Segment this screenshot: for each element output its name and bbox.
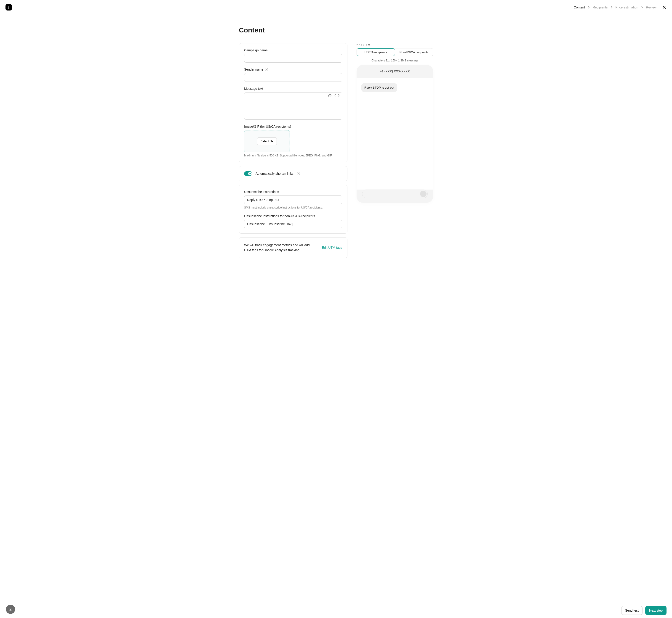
breadcrumb-step-review[interactable]: Review xyxy=(646,5,657,9)
unsub-label: Unsubscribe instructions xyxy=(244,190,342,194)
unsub-non-us-label: Unsubscribe instructions for non-US/CA r… xyxy=(244,214,342,218)
close-button[interactable] xyxy=(662,5,667,10)
character-count: Characters 21 / 160 • 1 SMS message xyxy=(356,59,433,62)
utm-description: We will track engagement metrics and wil… xyxy=(244,242,317,253)
image-upload-hint: Maximum file size is 500 KB. Supported f… xyxy=(244,154,342,157)
shorten-links-card: Automatically shorten links ? xyxy=(239,166,347,181)
unsubscribe-card: Unsubscribe instructions SMS must includ… xyxy=(239,185,347,234)
help-icon[interactable]: ? xyxy=(297,172,300,175)
phone-send-icon xyxy=(420,191,426,197)
breadcrumb-step-price-estimation[interactable]: Price estimation xyxy=(615,5,639,9)
close-icon xyxy=(662,5,666,9)
chevron-right-icon xyxy=(588,6,590,8)
shorten-links-label: Automatically shorten links xyxy=(256,172,293,175)
preview-message-bubble: Reply STOP to opt-out xyxy=(361,83,397,92)
help-icon[interactable]: ? xyxy=(265,68,268,71)
breadcrumb: Content Recipients Price estimation Revi… xyxy=(574,5,667,10)
tab-us-ca-recipients[interactable]: US/CA recipients xyxy=(357,48,395,56)
check-icon xyxy=(249,173,251,175)
message-text-label: Message text xyxy=(244,87,342,90)
campaign-name-input[interactable] xyxy=(244,54,342,63)
phone-preview: +1 (XXX) XXX-XXXX Reply STOP to opt-out xyxy=(356,65,433,203)
image-upload-dropzone[interactable]: Select file xyxy=(244,130,290,152)
app-logo[interactable] xyxy=(5,4,12,10)
phone-number-display: +1 (XXX) XXX-XXXX xyxy=(356,65,433,78)
svg-point-1 xyxy=(328,94,331,97)
content-card: Campaign name Sender name ? Message text xyxy=(239,43,347,163)
sender-name-input[interactable] xyxy=(244,73,342,82)
unsub-input[interactable] xyxy=(244,196,342,204)
breadcrumb-step-recipients[interactable]: Recipients xyxy=(593,5,607,9)
select-file-button[interactable]: Select file xyxy=(257,137,277,145)
utm-card: We will track engagement metrics and wil… xyxy=(239,237,347,258)
chevron-right-icon xyxy=(641,6,643,8)
campaign-name-label: Campaign name xyxy=(244,48,342,52)
logo-icon xyxy=(7,6,10,9)
preview-tabs: US/CA recipients Non-US/CA recipients xyxy=(356,48,433,56)
sender-name-label: Sender name xyxy=(244,68,263,71)
tab-non-us-ca-recipients[interactable]: Non-US/CA recipients xyxy=(395,48,433,56)
edit-utm-tags-button[interactable]: Edit UTM tags xyxy=(322,246,342,249)
message-text-input[interactable] xyxy=(244,93,342,119)
message-text-wrapper: {·} xyxy=(244,92,342,120)
insert-variable-icon[interactable]: {·} xyxy=(334,94,340,98)
breadcrumb-step-content[interactable]: Content xyxy=(574,5,585,9)
unsub-hint: SMS must include unsubscribe instruction… xyxy=(244,206,342,209)
unsub-non-us-input[interactable] xyxy=(244,220,342,228)
shorten-links-toggle[interactable] xyxy=(244,171,252,176)
image-upload-label: Image/GIF (for US/CA recipients) xyxy=(244,125,342,128)
svg-point-0 xyxy=(8,6,8,7)
page-title: Content xyxy=(239,26,433,34)
preview-heading: PREVIEW xyxy=(356,43,433,46)
chevron-right-icon xyxy=(610,6,613,8)
phone-input-bar xyxy=(362,190,428,198)
emoji-picker-icon[interactable] xyxy=(328,94,332,98)
